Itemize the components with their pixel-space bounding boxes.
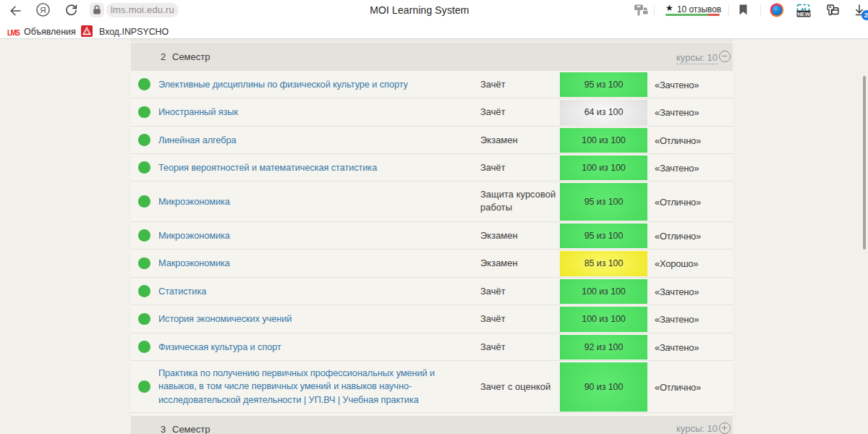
svg-text:Я: Я <box>40 6 46 14</box>
svg-text:NEW: NEW <box>797 11 811 17</box>
